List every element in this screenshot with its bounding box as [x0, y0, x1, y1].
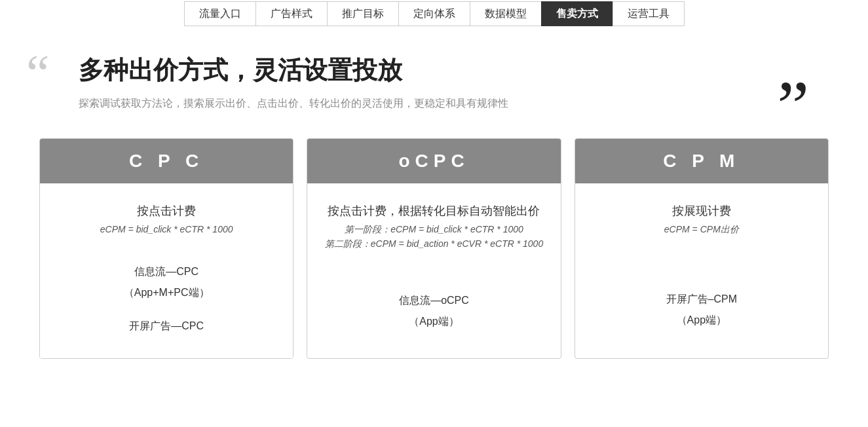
card-ocpc-body: 按点击计费，根据转化目标自动智能出价 第一阶段：eCPM = bid_click…	[307, 183, 560, 353]
nav-item-流量入口[interactable]: 流量入口	[184, 1, 256, 26]
nav-item-推广目标[interactable]: 推广目标	[327, 1, 399, 26]
card-cpm-main: 按展现计费	[588, 203, 815, 219]
card-cpc-sub1: 信息流—CPC	[53, 263, 280, 280]
page-subtitle: 探索调试获取方法论，摸索展示出价、点击出价、转化出价的灵活使用，更稳定和具有规律…	[39, 95, 829, 112]
card-cpc-sub2: （App+M+PC端）	[53, 284, 280, 301]
nav-item-数据模型[interactable]: 数据模型	[470, 1, 542, 26]
card-cpc-header: C P C	[40, 139, 293, 183]
nav-item-定向体系[interactable]: 定向体系	[398, 1, 470, 26]
card-ocpc-sub2: （App端）	[320, 313, 547, 330]
card-cpc-formula: eCPM = bid_click * eCTR * 1000	[53, 224, 280, 234]
card-ocpc-formula1: 第一阶段：eCPM = bid_click * eCTR * 1000	[320, 224, 547, 236]
card-ocpc-header: oCPC	[307, 139, 560, 183]
page-title: 多种出价方式，灵活设置投放	[39, 54, 829, 87]
open-quote-mark: “	[26, 47, 50, 100]
nav-item-运营工具[interactable]: 运营工具	[613, 1, 685, 26]
card-ocpc: oCPC 按点击计费，根据转化目标自动智能出价 第一阶段：eCPM = bid_…	[307, 138, 561, 359]
card-ocpc-sub1: 信息流—oCPC	[320, 292, 547, 309]
card-cpm-sub1: 开屏广告–CPM	[588, 291, 815, 308]
cards-container: C P C 按点击计费 eCPM = bid_click * eCTR * 10…	[39, 138, 829, 359]
card-cpm: C P M 按展现计费 eCPM = CPM出价 开屏广告–CPM （App端）	[575, 138, 829, 359]
card-cpm-sub2: （App端）	[588, 312, 815, 329]
main-content: “ 多种出价方式，灵活设置投放 探索调试获取方法论，摸索展示出价、点击出价、转化…	[0, 28, 868, 378]
card-cpm-title: C P M	[663, 151, 740, 171]
nav-item-售卖方式[interactable]: 售卖方式	[541, 1, 613, 26]
card-cpm-body: 按展现计费 eCPM = CPM出价 开屏广告–CPM （App端）	[575, 183, 828, 352]
card-ocpc-main: 按点击计费，根据转化目标自动智能出价	[320, 203, 547, 219]
card-cpm-formula: eCPM = CPM出价	[588, 224, 815, 236]
card-cpc-title: C P C	[129, 151, 204, 171]
navigation-bar: 流量入口广告样式推广目标定向体系数据模型售卖方式运营工具	[0, 0, 868, 28]
card-cpc-sub3: 开屏广告—CPC	[53, 318, 280, 335]
quote-section: “ 多种出价方式，灵活设置投放 探索调试获取方法论，摸索展示出价、点击出价、转化…	[39, 54, 829, 112]
nav-item-广告样式[interactable]: 广告样式	[255, 1, 328, 26]
close-quote-mark: ”	[777, 81, 809, 132]
card-ocpc-title: oCPC	[398, 151, 469, 171]
card-cpc: C P C 按点击计费 eCPM = bid_click * eCTR * 10…	[39, 138, 293, 359]
card-ocpc-formula2: 第二阶段：eCPM = bid_action * eCVR * eCTR * 1…	[320, 238, 547, 250]
card-ocpc-formulas: 第一阶段：eCPM = bid_click * eCTR * 1000 第二阶段…	[320, 224, 547, 250]
card-cpc-main: 按点击计费	[53, 203, 280, 219]
card-cpc-body: 按点击计费 eCPM = bid_click * eCTR * 1000 信息流…	[40, 183, 293, 358]
